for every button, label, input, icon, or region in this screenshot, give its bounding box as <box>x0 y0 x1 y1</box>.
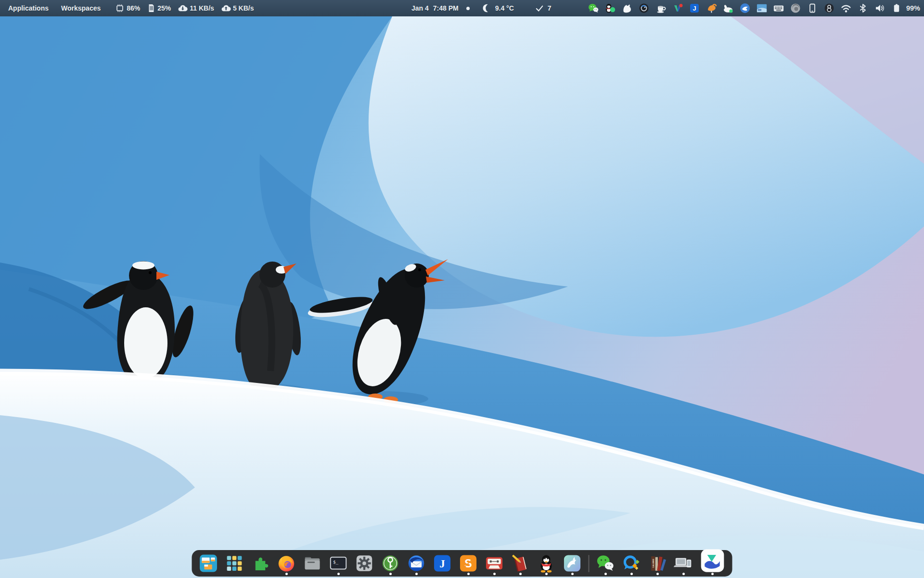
system-monitors: 86% 25% 11 KB/s <box>115 3 254 13</box>
download-icon <box>178 4 188 13</box>
joplin-tray-icon[interactable]: J <box>689 3 700 13</box>
dock-item-shutter[interactable]: S <box>459 550 478 577</box>
battery-percent: 99% <box>906 4 920 12</box>
system-tray: J <box>588 0 924 16</box>
wechat-tray-icon[interactable] <box>588 3 599 13</box>
cassette-icon <box>485 553 504 573</box>
dolphin-icon <box>563 553 582 573</box>
volume-icon[interactable] <box>874 3 885 13</box>
gear-icon <box>355 553 374 573</box>
battery-icon[interactable] <box>891 3 902 13</box>
cpu-value: 86% <box>127 4 140 12</box>
joplin-glyph: J <box>439 557 445 570</box>
shutter-s-icon: S <box>459 553 478 573</box>
desktop-overview-icon <box>199 553 218 573</box>
dock-item-keepassxc[interactable] <box>381 550 400 577</box>
calibre-books-icon: CALIBRE <box>648 553 667 573</box>
crescent-moon-icon <box>482 3 492 13</box>
dock-item-device-sync[interactable] <box>674 550 693 577</box>
dock-item-thunderbird[interactable] <box>407 550 426 577</box>
download-value: 11 KB/s <box>190 4 214 12</box>
memory-value: 25% <box>157 4 171 12</box>
clock-date: Jan 4 <box>411 4 429 12</box>
clock-time: 7:48 PM <box>433 4 459 12</box>
cpu-icon <box>115 3 125 13</box>
phone-tray-icon[interactable] <box>807 3 818 13</box>
dock-item-terminal[interactable]: $_ <box>329 550 348 577</box>
red-notebook-icon <box>511 553 530 573</box>
memory-icon <box>147 3 155 13</box>
dock-item-app-grid[interactable] <box>225 550 244 577</box>
dock-item-qq[interactable] <box>537 550 556 577</box>
dock-item-rednotebook[interactable] <box>511 550 530 577</box>
terminal-glyph: $_ <box>333 559 339 565</box>
wallpaper-thumbnail-tray-icon[interactable] <box>757 3 767 13</box>
top-panel: Applications Workspaces 86% <box>0 0 924 16</box>
bluetooth-icon[interactable] <box>858 3 868 13</box>
task-count: 7 <box>548 4 552 12</box>
app-grid-icon <box>225 553 244 573</box>
folder-icon <box>303 553 322 573</box>
dock-item-wechat[interactable] <box>596 550 616 577</box>
qq-tray-icon[interactable] <box>605 3 616 13</box>
dock-item-chat-rings[interactable] <box>622 550 642 577</box>
dock: $_ <box>192 550 732 577</box>
dock-item-joplin[interactable]: J <box>433 550 452 577</box>
wechat-icon <box>596 553 616 573</box>
dock-item-desktop-overview[interactable] <box>199 550 218 577</box>
wallpaper-penguins-iceberg <box>0 0 924 578</box>
checkmark-icon <box>535 4 544 12</box>
dock-item-file-manager[interactable] <box>303 550 322 577</box>
v2ray-badged-tray-icon[interactable] <box>672 3 683 13</box>
download-monitor[interactable]: 11 KB/s <box>178 4 214 13</box>
workspaces-menu[interactable]: Workspaces <box>59 4 103 12</box>
dot-indicator <box>466 7 470 10</box>
laptop-phone-icon <box>674 553 693 573</box>
firefox-icon <box>277 553 296 573</box>
chat-rings-icon <box>622 553 642 573</box>
dock-item-settings[interactable] <box>355 550 374 577</box>
joplin-icon: J <box>433 553 452 573</box>
thunderbird-icon <box>407 553 426 573</box>
clock[interactable]: Jan 4 7:48 PM <box>411 4 459 12</box>
upload-value: 5 KB/s <box>233 4 254 12</box>
wifi-icon[interactable] <box>841 3 851 13</box>
camera-eye-tray-icon[interactable] <box>639 3 649 13</box>
rabbit-online-tray-icon[interactable] <box>723 3 733 13</box>
dock-item-extensions[interactable] <box>251 550 270 577</box>
dove-tray-icon[interactable] <box>740 3 750 13</box>
qq-penguin-icon <box>537 553 556 573</box>
keepassxc-key-icon <box>381 553 400 573</box>
svg-text:J: J <box>693 5 696 12</box>
calibre-spine-label: CALIBRE <box>652 559 654 568</box>
desktop: Applications Workspaces 86% <box>0 0 924 578</box>
puzzle-icon <box>251 553 270 573</box>
keyboard-tray-icon[interactable] <box>773 3 784 13</box>
dark-indicator-tray-icon[interactable] <box>824 3 834 13</box>
dock-item-dolphin-app[interactable] <box>563 550 582 577</box>
weather-widget[interactable]: 9.4 °C <box>482 3 514 13</box>
dock-item-calibre[interactable]: CALIBRE <box>648 550 667 577</box>
dock-separator <box>589 555 590 572</box>
clash-cat-tray-icon[interactable] <box>622 3 632 13</box>
firefox-monochrome-tray-icon[interactable] <box>790 3 801 13</box>
dock-item-clash-verge[interactable] <box>700 550 726 577</box>
upload-icon <box>221 4 231 13</box>
temperature-value: 9.4 °C <box>495 4 514 12</box>
cpu-monitor[interactable]: 86% <box>115 3 140 13</box>
applications-menu[interactable]: Applications <box>6 4 51 12</box>
memory-monitor[interactable]: 25% <box>147 3 171 13</box>
task-counter[interactable]: 7 <box>535 4 552 12</box>
dock-item-firefox[interactable] <box>277 550 296 577</box>
coffee-cup-tray-icon[interactable] <box>655 3 666 13</box>
dock-item-cassette-player[interactable] <box>485 550 504 577</box>
terminal-icon: $_ <box>329 553 348 573</box>
upload-monitor[interactable]: 5 KB/s <box>221 4 254 13</box>
flying-squirrel-tray-icon[interactable] <box>706 3 717 13</box>
clash-verge-icon <box>700 548 725 573</box>
